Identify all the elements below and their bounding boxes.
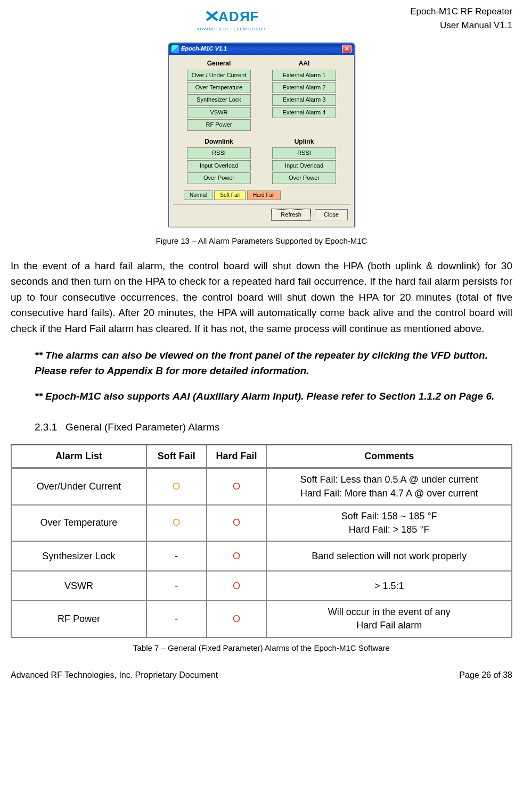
dialog-window: Epoch-M1C V1.1 ✕ General Over / Under Cu… — [168, 43, 355, 227]
th-comments: Comments — [266, 445, 512, 468]
window-body: General Over / Under Current Over Temper… — [169, 55, 354, 227]
comment-line: Band selection will not work properly — [271, 550, 507, 563]
col-general: General Over / Under Current Over Temper… — [187, 59, 251, 132]
header-right: Epoch-M1C RF Repeater User Manual V1.1 — [410, 5, 512, 32]
note-1: ** The alarms can also be viewed on the … — [35, 348, 502, 378]
section-heading: 2.3.1 General (Fixed Parameter) Alarms — [35, 420, 512, 435]
cell-comments: > 1.5:1 — [266, 571, 512, 601]
logo-icon: ✕ — [204, 5, 219, 28]
col-downlink-header: Downlink — [205, 137, 233, 146]
table-caption: Table 7 – General (Fixed Parameter) Alar… — [11, 642, 512, 653]
status-item: External Alarm 2 — [272, 82, 336, 93]
comment-line: Hard Fail: > 185 °F — [271, 523, 507, 536]
close-icon[interactable]: ✕ — [342, 45, 352, 53]
section-number: 2.3.1 — [35, 421, 57, 433]
cell-comments: Will occur in the event of any Hard Fail… — [266, 601, 512, 637]
col-aai: AAI External Alarm 1 External Alarm 2 Ex… — [272, 59, 336, 132]
status-item: External Alarm 4 — [272, 107, 336, 118]
app-screenshot: Epoch-M1C V1.1 ✕ General Over / Under Cu… — [11, 43, 512, 227]
legend: Normal Soft Fail Hard Fail — [184, 190, 350, 200]
cell-softfail: - — [146, 601, 207, 637]
col-uplink: Uplink RSSI Input Overload Over Power — [272, 137, 336, 185]
section-title: General (Fixed Parameter) Alarms — [66, 421, 219, 433]
cell-comments: Soft Fail: Less than 0.5 A @ under curre… — [266, 468, 512, 505]
close-button[interactable]: Close — [315, 209, 348, 220]
cell-softfail: O — [146, 505, 207, 541]
window-title: Epoch-M1C V1.1 — [181, 45, 227, 53]
cell-alarm: VSWR — [11, 571, 146, 601]
footer-left: Advanced RF Technologies, Inc. Proprieta… — [11, 669, 218, 681]
cell-hardfail: O — [207, 541, 267, 571]
status-item: RSSI — [187, 147, 251, 159]
cell-alarm: Synthesizer Lock — [11, 541, 146, 571]
comment-line: Hard Fail alarm — [271, 619, 507, 632]
body-paragraph: In the event of a hard fail alarm, the c… — [11, 258, 512, 336]
status-item: External Alarm 1 — [272, 70, 336, 81]
comment-line: Soft Fail: 158 ~ 185 °F — [271, 510, 507, 523]
cell-hardfail: O — [207, 601, 267, 637]
comment-line: > 1.5:1 — [271, 579, 507, 593]
cell-softfail: O — [146, 468, 207, 505]
cell-hardfail: O — [207, 571, 267, 601]
cell-hardfail: O — [207, 468, 267, 505]
status-item: RSSI — [272, 147, 336, 159]
col-uplink-header: Uplink — [295, 137, 314, 146]
figure-caption: Figure 13 – All Alarm Parameters Support… — [11, 235, 512, 246]
th-soft-fail: Soft Fail — [146, 445, 207, 468]
th-alarm-list: Alarm List — [11, 445, 146, 468]
logo-main: ADRF — [218, 7, 259, 26]
cell-softfail: - — [146, 541, 207, 571]
table-row: VSWR - O > 1.5:1 — [11, 571, 512, 601]
table-header-row: Alarm List Soft Fail Hard Fail Comments — [11, 445, 512, 468]
status-item: Over / Under Current — [187, 70, 251, 81]
col-downlink: Downlink RSSI Input Overload Over Power — [187, 137, 251, 185]
legend-hard: Hard Fail — [247, 190, 281, 200]
table-row: Over Temperature O O Soft Fail: 158 ~ 18… — [11, 505, 512, 541]
cell-alarm: Over/Under Current — [11, 468, 146, 505]
comment-line: Hard Fail: More than 4.7 A @ over curren… — [271, 487, 507, 500]
refresh-button[interactable]: Refresh — [272, 209, 310, 220]
status-item: RF Power — [187, 119, 251, 130]
status-item: Over Power — [187, 172, 251, 184]
status-item: Over Temperature — [187, 82, 251, 93]
header-product: Epoch-M1C RF Repeater — [410, 5, 512, 18]
cell-hardfail: O — [207, 505, 267, 541]
status-item: VSWR — [187, 107, 251, 118]
legend-normal: Normal — [184, 190, 213, 200]
page-header: ✕ ADRF ADVANCED RF TECHNOLOGIES Epoch-M1… — [11, 5, 512, 32]
status-item: Input Overload — [272, 160, 336, 171]
cell-alarm: Over Temperature — [11, 505, 146, 541]
table-row: Synthesizer Lock - O Band selection will… — [11, 541, 512, 571]
cell-comments: Soft Fail: 158 ~ 185 °F Hard Fail: > 185… — [266, 505, 512, 541]
cell-comments: Band selection will not work properly — [266, 541, 512, 571]
status-item: Synthesizer Lock — [187, 94, 251, 105]
th-hard-fail: Hard Fail — [207, 445, 267, 468]
col-aai-header: AAI — [299, 59, 310, 68]
status-item: External Alarm 3 — [272, 94, 336, 105]
footer-right: Page 26 of 38 — [459, 669, 512, 681]
note-2: ** Epoch-M1C also supports AAI (Auxiliar… — [35, 389, 502, 404]
header-version: User Manual V1.1 — [410, 19, 512, 32]
window-titlebar: Epoch-M1C V1.1 ✕ — [169, 43, 354, 55]
status-item: Over Power — [272, 172, 336, 184]
cell-alarm: RF Power — [11, 601, 146, 637]
legend-soft: Soft Fail — [214, 190, 246, 200]
app-icon — [171, 45, 179, 53]
status-item: Input Overload — [187, 160, 251, 171]
comment-line: Will occur in the event of any — [271, 606, 507, 619]
col-general-header: General — [207, 59, 231, 68]
table-row: Over/Under Current O O Soft Fail: Less t… — [11, 468, 512, 505]
comment-line: Soft Fail: Less than 0.5 A @ under curre… — [271, 473, 507, 486]
table-row: RF Power - O Will occur in the event of … — [11, 601, 512, 637]
cell-softfail: - — [146, 571, 207, 601]
logo: ✕ ADRF ADVANCED RF TECHNOLOGIES — [197, 5, 267, 32]
alarm-table: Alarm List Soft Fail Hard Fail Comments … — [11, 444, 512, 637]
page-footer: Advanced RF Technologies, Inc. Proprieta… — [11, 669, 512, 681]
